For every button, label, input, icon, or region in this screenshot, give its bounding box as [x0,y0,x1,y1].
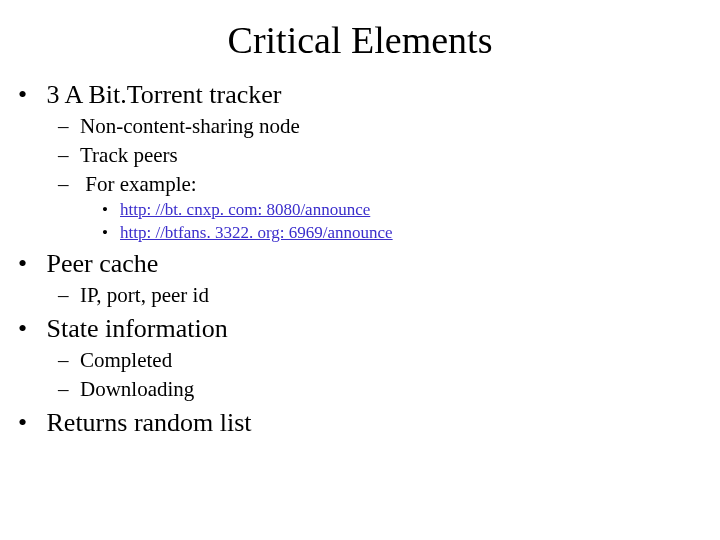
sub-item: Track peers [80,143,720,168]
sub-list: IP, port, peer id [40,283,720,308]
bullet-item: 3 A Bit.Torrent tracker Non-content-shar… [40,80,720,243]
sub-item: IP, port, peer id [80,283,720,308]
slide-title: Critical Elements [0,18,720,62]
bullet-text: Returns random list [47,408,252,437]
sub-text: Downloading [80,377,194,401]
bullet-text: 3 A Bit.Torrent tracker [47,80,282,109]
link-item: http: //btfans. 3322. org: 6969/announce [120,223,720,243]
bullet-text: State information [47,314,228,343]
sub-text: Track peers [80,143,178,167]
bullet-item: Peer cache IP, port, peer id [40,249,720,308]
announce-link-1[interactable]: http: //bt. cnxp. com: 8080/announce [120,200,370,219]
bullet-text: Peer cache [47,249,159,278]
slide: Critical Elements 3 A Bit.Torrent tracke… [0,18,720,540]
sub-text: Non-content-sharing node [80,114,300,138]
announce-link-2[interactable]: http: //btfans. 3322. org: 6969/announce [120,223,393,242]
sub-item: Downloading [80,377,720,402]
link-list: http: //bt. cnxp. com: 8080/announce htt… [80,200,720,243]
sub-list: Completed Downloading [40,348,720,402]
sub-item: For example: http: //bt. cnxp. com: 8080… [80,172,720,243]
sub-text: Completed [80,348,172,372]
bullet-list: 3 A Bit.Torrent tracker Non-content-shar… [0,80,720,438]
sub-item: Non-content-sharing node [80,114,720,139]
bullet-item: Returns random list [40,408,720,438]
bullet-item: State information Completed Downloading [40,314,720,402]
link-item: http: //bt. cnxp. com: 8080/announce [120,200,720,220]
sub-list: Non-content-sharing node Track peers For… [40,114,720,243]
sub-text: For example: [85,172,196,196]
sub-text: IP, port, peer id [80,283,209,307]
sub-item: Completed [80,348,720,373]
